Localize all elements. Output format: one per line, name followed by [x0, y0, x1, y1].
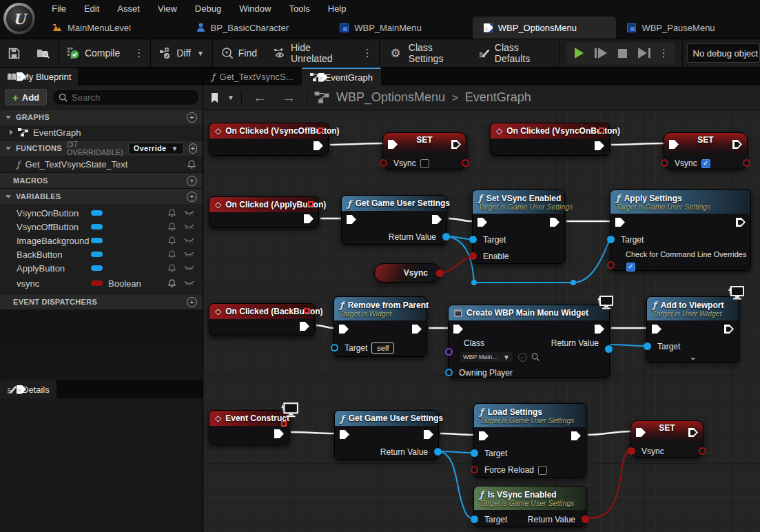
- bell-icon[interactable]: [168, 279, 176, 287]
- menu-edit[interactable]: Edit: [75, 3, 108, 14]
- exec-out-pin[interactable]: [432, 215, 442, 224]
- hide-unrelated-button[interactable]: Hide Unrelated: [265, 39, 357, 67]
- menu-view[interactable]: View: [149, 3, 186, 14]
- search-input[interactable]: [72, 92, 193, 103]
- bell-icon[interactable]: [168, 223, 176, 231]
- bell-icon[interactable]: [187, 160, 196, 169]
- class-pin[interactable]: [445, 348, 453, 356]
- target-pin[interactable]: [471, 515, 478, 523]
- node-is-vsync-enabled[interactable]: ƒIs VSync Enabled Target is Game User Se…: [473, 486, 586, 527]
- vsync-checkbox[interactable]: [420, 159, 429, 168]
- exec-out-pin[interactable]: [550, 218, 559, 227]
- compile-options-kebab-icon[interactable]: ⋮: [128, 47, 150, 59]
- tab-mainmenulevel[interactable]: MainMenuLevel: [41, 17, 185, 39]
- bool-in-pin[interactable]: [607, 261, 615, 269]
- exec-out-pin[interactable]: [595, 325, 604, 334]
- add-macro-icon[interactable]: +: [187, 176, 197, 186]
- class-dropdown[interactable]: WBP Main Menu▼: [459, 351, 514, 363]
- menu-file[interactable]: File: [43, 3, 75, 14]
- eye-closed-icon[interactable]: [184, 224, 194, 230]
- graph-options-kebab-icon[interactable]: ⋮: [357, 47, 379, 59]
- bool-in-pin[interactable]: [380, 159, 387, 167]
- delegate-pin[interactable]: [304, 308, 309, 314]
- node-set-vsync-false[interactable]: SET Vsync: [382, 132, 466, 170]
- object-type-pill-icon[interactable]: [91, 224, 103, 229]
- node-apply-settings[interactable]: ƒApply Settings Target is Game User Sett…: [610, 190, 751, 271]
- graphs-section-header[interactable]: GRAPHS +: [0, 109, 203, 125]
- bool-out-pin[interactable]: [462, 159, 469, 167]
- exec-in-pin[interactable]: [340, 430, 349, 439]
- object-out-pin[interactable]: [442, 233, 450, 241]
- browse-asset-button[interactable]: [28, 39, 58, 67]
- add-graph-icon[interactable]: +: [187, 112, 197, 123]
- self-value-box[interactable]: self: [371, 342, 394, 354]
- functions-section-header[interactable]: FUNCTIONS (37 OVERRIDABLE) Override ▼ +: [0, 140, 203, 156]
- node-onclicked-backbutton[interactable]: ◇On Clicked (BackButton): [209, 303, 315, 336]
- variable-row[interactable]: VsyncOffButton: [0, 220, 203, 234]
- tab-wbp-pausemenu[interactable]: WBP_PauseMenu: [616, 17, 760, 39]
- target-pin[interactable]: [331, 344, 338, 351]
- play-button[interactable]: [569, 48, 589, 59]
- exec-out-pin[interactable]: [314, 141, 323, 150]
- add-dispatcher-icon[interactable]: +: [187, 297, 197, 307]
- node-create-wbp-main-menu-widget[interactable]: Create WBP Main Menu Widget Class Return…: [448, 305, 610, 378]
- menu-help[interactable]: Help: [319, 3, 356, 14]
- node-load-settings[interactable]: ƒLoad Settings Target is Game User Setti…: [473, 403, 586, 478]
- bool-out-pin[interactable]: [582, 515, 589, 523]
- bool-in-pin[interactable]: [661, 159, 668, 167]
- bool-in-pin[interactable]: [628, 447, 635, 455]
- object-out-pin[interactable]: [434, 448, 442, 456]
- delegate-pin[interactable]: [281, 421, 287, 427]
- variable-row[interactable]: vsync Boolean: [0, 275, 203, 291]
- node-set-vsync-enabled[interactable]: ƒSet VSync Enabled Target is Game User S…: [472, 190, 565, 264]
- exec-in-pin[interactable]: [347, 215, 356, 224]
- exec-out-pin[interactable]: [736, 218, 746, 227]
- node-get-game-user-settings[interactable]: ƒGet Game User Settings Return Value: [341, 195, 447, 245]
- back-arrow-icon[interactable]: ←: [249, 90, 271, 105]
- variable-row[interactable]: VsyncOnButton: [0, 206, 203, 220]
- exec-out-pin[interactable]: [412, 325, 422, 334]
- bell-icon[interactable]: [168, 250, 176, 258]
- node-add-to-viewport[interactable]: ƒAdd to Viewport Target is User Widget T…: [646, 296, 739, 362]
- use-selected-icon[interactable]: ←: [518, 353, 527, 362]
- enable-pin[interactable]: [469, 252, 477, 260]
- eye-closed-icon[interactable]: [184, 265, 194, 272]
- node-get-vsync[interactable]: Vsync: [374, 263, 441, 283]
- macros-section-header[interactable]: MACROS +: [0, 172, 203, 188]
- graph-canvas[interactable]: ◇On Clicked (VsyncOffButton) SET Vsync ◇…: [203, 110, 760, 532]
- object-type-pill-icon[interactable]: [91, 238, 103, 243]
- breadcrumb-blueprint[interactable]: WBP_OptionsMenu: [336, 90, 445, 105]
- menu-asset[interactable]: Asset: [108, 3, 149, 14]
- compile-button[interactable]: Compile: [59, 39, 128, 67]
- frame-skip-button[interactable]: [589, 48, 613, 59]
- vsync-checkbox[interactable]: ✓: [701, 159, 710, 168]
- chevron-down-icon[interactable]: ▼: [227, 94, 234, 101]
- eye-closed-icon[interactable]: [184, 238, 194, 244]
- bookmark-icon[interactable]: [210, 92, 219, 103]
- forward-arrow-icon[interactable]: →: [278, 90, 300, 105]
- tab-bp-basiccharacter[interactable]: BP_BasicCharacter: [185, 17, 329, 39]
- sidebar-item-function[interactable]: ƒ Get_TextVsyncState_Text: [0, 156, 203, 172]
- delegate-pin[interactable]: [599, 127, 604, 133]
- expand-advanced-icon[interactable]: ⌄: [647, 354, 739, 361]
- expand-arrow-icon[interactable]: [10, 130, 13, 135]
- browse-class-icon[interactable]: [531, 353, 540, 361]
- target-pin[interactable]: [469, 236, 477, 243]
- class-defaults-button[interactable]: Class Defaults: [471, 39, 559, 67]
- node-set-vsync-true[interactable]: SET Vsync ✓: [664, 132, 748, 170]
- exec-out-pin[interactable]: [300, 322, 309, 331]
- node-event-construct[interactable]: ◇Event Construct: [209, 410, 289, 445]
- target-pin[interactable]: [644, 342, 651, 350]
- variable-row[interactable]: BackButton: [0, 247, 203, 261]
- node-get-game-user-settings-2[interactable]: ƒGet Game User Settings Return Value: [334, 410, 439, 460]
- eye-closed-icon[interactable]: [184, 280, 194, 287]
- class-settings-button[interactable]: ⚙ Class Settings: [380, 39, 471, 67]
- delegate-pin[interactable]: [308, 201, 314, 207]
- add-variable-icon[interactable]: +: [187, 192, 197, 202]
- owning-player-pin[interactable]: [445, 369, 453, 376]
- debug-object-select[interactable]: No debug object se: [687, 43, 760, 63]
- variables-section-header[interactable]: VARIABLES +: [0, 188, 203, 204]
- eye-closed-icon[interactable]: [184, 210, 194, 216]
- node-onclicked-vsyncoffbutton[interactable]: ◇On Clicked (VsyncOffButton): [209, 123, 329, 156]
- play-to-end-button[interactable]: [633, 48, 656, 59]
